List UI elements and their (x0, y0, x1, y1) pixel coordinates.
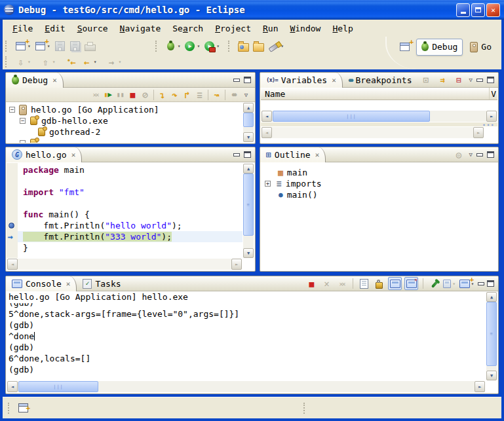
display-selected-console-button[interactable]: ▾ (443, 278, 456, 289)
minimize-button[interactable] (456, 3, 470, 17)
variables-column-headers[interactable]: Name V (261, 88, 497, 100)
back-button[interactable]: ←▾ (79, 55, 99, 69)
disconnect-button[interactable]: ⊘ (139, 89, 151, 101)
maximize-view-button[interactable] (487, 151, 494, 158)
scroll-down-button[interactable]: ▼ (243, 132, 254, 142)
toolbar-drag-handle[interactable] (5, 56, 9, 67)
scroll-thumb[interactable]: ≡ (486, 302, 497, 366)
last-edit-location-button[interactable]: *← (64, 55, 79, 69)
menu-window[interactable]: Window (284, 22, 326, 35)
statusbar-drag-handle[interactable] (8, 403, 12, 414)
toolbar-drag-handle[interactable] (155, 41, 159, 52)
tab-debug[interactable]: Debug ✕ (6, 73, 64, 88)
close-tab-icon[interactable]: ✕ (71, 151, 76, 159)
toolbar-drag-handle[interactable] (228, 41, 232, 52)
terminate-button[interactable]: ■ (305, 278, 318, 289)
menu-search[interactable]: Search (166, 22, 209, 35)
maximize-view-button[interactable] (487, 77, 494, 83)
debug-tree-vertical-scrollbar[interactable]: ▲ ▼ (243, 103, 254, 142)
scroll-up-button[interactable]: ▲ (243, 164, 254, 174)
close-tab-icon[interactable]: ✕ (66, 280, 71, 288)
link-with-editor-button[interactable]: ◎ (453, 149, 465, 160)
menu-source[interactable]: Source (71, 22, 114, 35)
variables-detail-sash[interactable]: ∙∙∙ (261, 122, 497, 126)
tab-tasks[interactable]: ✓ Tasks (77, 276, 126, 291)
next-annotation-button[interactable]: ⇩▾ (13, 55, 33, 69)
fast-view-button[interactable]: + (17, 402, 29, 414)
debug-tree-thread-row[interactable]: gothread-2 (7, 126, 242, 137)
scroll-lock-button[interactable] (373, 278, 385, 289)
outline-item-package[interactable]: ▦ main (261, 167, 497, 178)
maximize-view-button[interactable] (244, 77, 251, 83)
save-button[interactable] (52, 39, 68, 54)
collapse-expander-icon[interactable]: − (20, 140, 26, 143)
variables-tree-area[interactable] (261, 100, 497, 110)
editor-horizontal-scrollbar[interactable]: ◄ ► (7, 259, 242, 270)
variables-horizontal-scrollbar[interactable]: ◄ ||| ► (262, 111, 497, 122)
column-divider[interactable] (489, 88, 490, 100)
scroll-thumb[interactable]: ||| (18, 381, 98, 392)
statusbar-drag-handle[interactable] (303, 403, 307, 414)
scroll-right-button[interactable]: ► (231, 259, 242, 270)
view-menu-chevron-icon[interactable]: ▽ (240, 89, 252, 101)
pin-console-button[interactable] (428, 278, 440, 289)
show-type-names-button[interactable]: ⊡ (420, 74, 433, 86)
perspective-go-button[interactable]: Go (465, 39, 496, 55)
breakpoint-icon[interactable] (9, 223, 14, 229)
menu-navigate[interactable]: Navigate (114, 22, 167, 35)
collapse-expander-icon[interactable]: − (20, 118, 26, 124)
column-name-label[interactable]: Name (261, 89, 285, 99)
external-tools-button[interactable]: ▶▾ (202, 39, 222, 54)
open-console-button[interactable]: +▾ (458, 278, 475, 289)
console-horizontal-scrollbar[interactable]: ◄ ||| ► (7, 381, 485, 392)
show-stderr-button[interactable]: ✕ (404, 277, 418, 290)
debug-tree-launch-row[interactable]: − hello.go [Go Application] (7, 104, 242, 115)
scroll-down-button[interactable]: ▼ (243, 248, 254, 258)
menu-file[interactable]: File (7, 22, 39, 35)
minimize-view-button[interactable] (233, 79, 240, 82)
options-button[interactable]: ●● (227, 89, 240, 101)
editor-vertical-scrollbar[interactable]: ▲ ≡ ▼ (243, 164, 254, 258)
forward-button[interactable]: →▾ (104, 55, 123, 69)
print-button[interactable] (83, 39, 98, 54)
tab-variables[interactable]: (x)= Variables ✕ (260, 73, 343, 88)
suspend-button[interactable]: ▮▮ (114, 89, 126, 101)
previous-annotation-button[interactable]: ⇧▾ (38, 55, 58, 69)
outline-item-imports[interactable]: + ≡ imports (261, 178, 497, 189)
maximize-view-button[interactable] (487, 280, 494, 287)
expand-expander-icon[interactable]: + (265, 181, 271, 187)
scroll-thumb[interactable] (243, 113, 254, 127)
console-output-area[interactable]: (gdb) 5^done,stack-args=[frame={level="0… (7, 303, 486, 380)
remove-all-terminated-button[interactable]: ✕✕ (89, 89, 102, 101)
view-menu-chevron-icon[interactable]: ▽ (469, 151, 473, 158)
drop-to-frame-button[interactable]: ≡ (193, 89, 206, 101)
tab-hello-go[interactable]: G hello.go ✕ (6, 147, 82, 162)
console-vertical-scrollbar[interactable]: ▲ ≡ ▼ (486, 292, 497, 380)
scroll-right-button[interactable]: ► (475, 381, 485, 392)
close-tab-icon[interactable]: ✕ (332, 76, 336, 84)
show-logical-structures-button[interactable]: ⇉ (436, 74, 449, 86)
close-tab-icon[interactable]: ✕ (315, 151, 320, 159)
use-step-filters-button[interactable]: ↝ (210, 89, 223, 101)
scroll-right-button[interactable]: ► (486, 111, 497, 122)
maximize-button[interactable] (471, 3, 485, 17)
tab-console[interactable]: Console ✕ (6, 276, 77, 291)
debug-tree-clipped-row[interactable]: − (7, 137, 242, 143)
minimize-view-button[interactable] (476, 153, 483, 156)
scroll-up-button[interactable]: ▲ (486, 292, 497, 302)
debug-button[interactable]: ▾ (163, 39, 183, 54)
outline-item-main-func[interactable]: ● main() (261, 189, 497, 200)
remove-launch-button[interactable]: ✕ (320, 278, 333, 289)
view-menu-chevron-icon[interactable]: ▽ (469, 77, 473, 83)
minimize-view-button[interactable] (476, 79, 483, 82)
step-over-button[interactable]: ↷ (168, 89, 181, 101)
variables-detail-pane[interactable] (261, 139, 497, 143)
menu-help[interactable]: Help (326, 22, 359, 35)
perspective-debug-button[interactable]: Debug (416, 39, 463, 56)
save-all-button[interactable] (68, 39, 83, 54)
scroll-left-button[interactable]: ◄ (262, 127, 272, 138)
scroll-thumb[interactable]: ≡ (243, 174, 254, 236)
maximize-view-button[interactable] (244, 151, 251, 158)
tab-breakpoints[interactable]: ●● Breakpoints (343, 73, 418, 88)
scroll-right-button[interactable]: ► (473, 127, 484, 138)
